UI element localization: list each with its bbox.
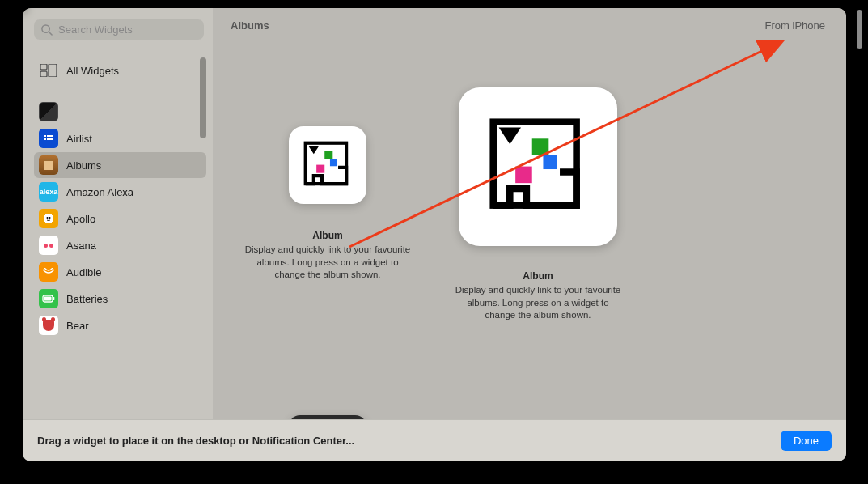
sidebar-item-asana[interactable]: Asana [34, 232, 206, 258]
svg-rect-21 [330, 159, 337, 166]
widget-grid: Album Display and quickly link to your f… [213, 32, 846, 419]
sidebar-item-amazon-alexa[interactable]: alexa Amazon Alexa [34, 179, 206, 205]
sidebar-item-label: Albums [66, 159, 101, 172]
sidebar-scrollbar[interactable] [200, 57, 206, 138]
broken-image-icon [482, 111, 593, 222]
svg-rect-25 [516, 167, 533, 184]
widget-preview-aotd: COFFEEHOUSE CHILL [289, 415, 366, 419]
svg-point-12 [47, 217, 49, 219]
sidebar-item-label: All Widgets [66, 65, 119, 77]
sidebar-item-label: Bear [66, 320, 88, 332]
svg-rect-4 [49, 64, 57, 77]
airlist-icon [39, 129, 58, 148]
sidebar: All Widgets Airlist Albums [23, 8, 213, 419]
sidebar-item-label: Audible [66, 266, 101, 278]
svg-rect-10 [44, 159, 53, 161]
widget-title: Album [312, 230, 342, 241]
asana-icon [39, 236, 58, 255]
sidebar-item-bear[interactable]: Bear [34, 312, 206, 338]
bear-icon [39, 316, 58, 335]
content-header: Albums From iPhone [213, 8, 846, 32]
widget-title: Album [523, 270, 553, 282]
window-scrollbar[interactable] [857, 10, 862, 49]
widget-album-of-the-day[interactable]: COFFEEHOUSE CHILL Album of the Day Displ… [229, 332, 426, 419]
main-area: All Widgets Airlist Albums [23, 8, 846, 419]
broken-image-icon [300, 138, 354, 192]
widget-preview-small [289, 126, 366, 204]
alexa-icon: alexa [39, 182, 58, 202]
svg-rect-8 [47, 138, 53, 140]
sidebar-item-label: Apollo [66, 213, 95, 225]
widget-preview-medium [459, 87, 617, 246]
sidebar-item-label: Asana [66, 240, 96, 252]
batteries-icon [39, 289, 58, 308]
svg-rect-7 [44, 138, 46, 140]
sidebar-item-all-widgets[interactable]: All Widgets [34, 57, 206, 83]
svg-rect-5 [44, 135, 46, 137]
svg-rect-9 [44, 161, 53, 170]
svg-marker-18 [308, 146, 319, 154]
svg-point-13 [49, 217, 51, 219]
search-icon [40, 23, 53, 36]
svg-line-1 [49, 32, 52, 35]
sidebar-item-airlist[interactable]: Airlist [34, 125, 206, 151]
search-container [34, 19, 204, 40]
svg-rect-6 [47, 135, 53, 137]
sidebar-item-unnamed[interactable] [34, 99, 206, 125]
content-pane: Albums From iPhone [213, 8, 846, 419]
audible-icon [39, 262, 58, 282]
app-icon [39, 102, 58, 121]
sidebar-item-audible[interactable]: Audible [34, 259, 206, 285]
sidebar-item-apollo[interactable]: Apollo [34, 206, 206, 231]
widget-desc: Display and quickly link to your favouri… [453, 284, 623, 322]
sidebar-list: All Widgets Airlist Albums [34, 57, 206, 419]
svg-rect-16 [44, 297, 52, 301]
widget-album-medium[interactable]: Album Display and quickly link to your f… [436, 43, 640, 322]
sidebar-item-label: Airlist [66, 133, 92, 145]
svg-rect-2 [40, 64, 47, 70]
done-button[interactable]: Done [781, 431, 832, 451]
sidebar-item-albums[interactable]: Albums [34, 152, 206, 178]
sidebar-item-label: Batteries [66, 293, 108, 305]
widget-gallery-window: All Widgets Airlist Albums [23, 8, 846, 461]
svg-rect-15 [53, 297, 55, 300]
all-widgets-icon [39, 61, 58, 80]
bottom-bar: Drag a widget to place it on the desktop… [23, 419, 846, 461]
widget-desc: Display and quickly link to your favouri… [243, 244, 413, 282]
svg-rect-26 [544, 155, 557, 169]
albums-icon [39, 155, 58, 175]
apollo-icon [39, 209, 58, 228]
svg-rect-20 [317, 165, 325, 173]
svg-rect-24 [532, 139, 549, 156]
widget-album-small[interactable]: Album Display and quickly link to your f… [229, 43, 426, 322]
svg-marker-23 [499, 128, 521, 145]
source-label: From iPhone [765, 19, 825, 32]
search-input[interactable] [34, 19, 204, 40]
sidebar-item-batteries[interactable]: Batteries [34, 286, 206, 312]
footer-hint: Drag a widget to place it on the desktop… [37, 435, 354, 447]
sidebar-item-label: Amazon Alexa [66, 186, 133, 198]
content-heading: Albums [231, 19, 269, 32]
svg-rect-19 [325, 151, 333, 159]
svg-rect-3 [40, 71, 47, 77]
